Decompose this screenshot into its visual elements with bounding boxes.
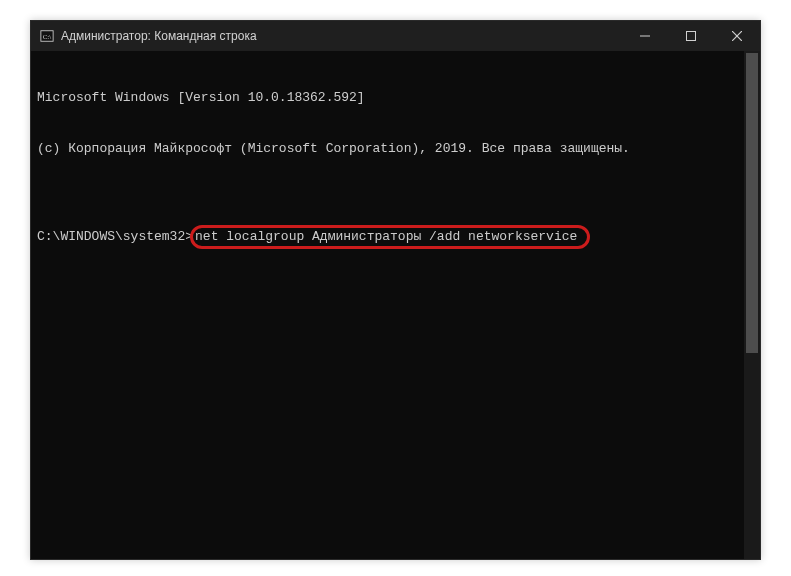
command-highlight: net localgroup Администраторы /add netwo… (190, 225, 590, 249)
prompt: C:\WINDOWS\system32> (37, 229, 193, 244)
client-area: Microsoft Windows [Version 10.0.18362.59… (31, 51, 760, 559)
scrollbar-thumb[interactable] (746, 53, 758, 353)
output-line: (c) Корпорация Майкрософт (Microsoft Cor… (37, 140, 738, 157)
window-title: Администратор: Командная строка (61, 29, 257, 43)
terminal-output[interactable]: Microsoft Windows [Version 10.0.18362.59… (31, 51, 744, 559)
svg-text:C:\: C:\ (43, 33, 52, 41)
output-line: Microsoft Windows [Version 10.0.18362.59… (37, 89, 738, 106)
maximize-button[interactable] (668, 21, 714, 51)
svg-rect-3 (687, 32, 696, 41)
cmd-icon: C:\ (39, 28, 55, 44)
prompt-line: C:\WINDOWS\system32>net localgroup Админ… (37, 225, 738, 249)
minimize-button[interactable] (622, 21, 668, 51)
command-text: net localgroup Администраторы /add netwo… (195, 229, 577, 244)
titlebar[interactable]: C:\ Администратор: Командная строка (31, 21, 760, 51)
cmd-window: C:\ Администратор: Командная строка Micr… (30, 20, 761, 560)
vertical-scrollbar[interactable] (744, 51, 760, 559)
window-controls (622, 21, 760, 51)
close-button[interactable] (714, 21, 760, 51)
